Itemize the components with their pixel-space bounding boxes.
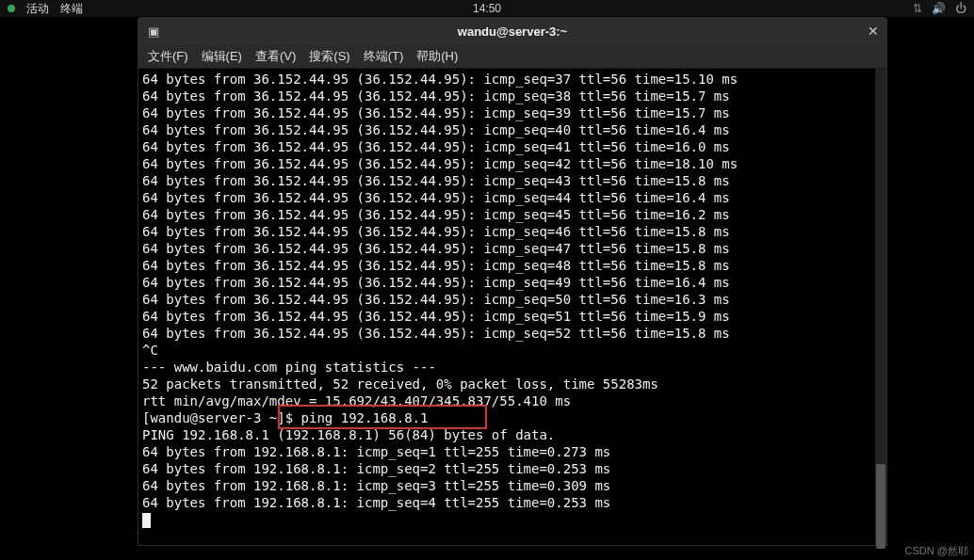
desktop-topbar: 活动 终端 14:50 ⇅ 🔊 ⏻ [0,0,974,17]
menu-bar: 文件(F) 编辑(E) 查看(V) 搜索(S) 终端(T) 帮助(H) [138,44,886,69]
ping-line: 64 bytes from 36.152.44.95 (36.152.44.95… [142,325,883,342]
ping-line: 64 bytes from 36.152.44.95 (36.152.44.95… [142,308,883,325]
terminal-window: ▣ wandu@server-3:~ ✕ 文件(F) 编辑(E) 查看(V) 搜… [138,17,887,546]
terminal-icon: ▣ [148,24,167,39]
menu-help[interactable]: 帮助(H) [416,48,458,65]
menu-terminal[interactable]: 终端(T) [364,48,404,65]
volume-icon[interactable]: 🔊 [932,2,946,15]
terminal-output[interactable]: 64 bytes from 36.152.44.95 (36.152.44.95… [138,69,886,545]
ping-line: 64 bytes from 36.152.44.95 (36.152.44.95… [142,71,883,88]
app-name-label[interactable]: 终端 [60,1,83,17]
ping-line: 64 bytes from 36.152.44.95 (36.152.44.95… [142,172,883,189]
stats-summary: 52 packets transmitted, 52 received, 0% … [142,376,883,392]
menu-file[interactable]: 文件(F) [148,48,188,65]
ping-line: 64 bytes from 192.168.8.1: icmp_seq=3 tt… [142,477,883,494]
ping-line: 64 bytes from 36.152.44.95 (36.152.44.95… [142,104,883,121]
network-icon[interactable]: ⇅ [913,2,922,15]
ping-line: 64 bytes from 36.152.44.95 (36.152.44.95… [142,121,883,138]
stats-rtt: rtt min/avg/max/mdev = 15.692/43.407/345… [142,392,883,409]
ping-line: 64 bytes from 192.168.8.1: icmp_seq=4 tt… [142,494,883,511]
ping-line: 64 bytes from 36.152.44.95 (36.152.44.95… [142,88,883,104]
close-button[interactable]: ✕ [868,24,879,39]
scrollbar[interactable] [875,69,886,545]
ping2-header: PING 192.168.8.1 (192.168.8.1) 56(84) by… [142,426,883,443]
ping-line: 64 bytes from 36.152.44.95 (36.152.44.95… [142,291,883,308]
status-dot-icon [8,5,15,12]
watermark-label: CSDN @然耶 [905,544,968,558]
ping-line: 64 bytes from 36.152.44.95 (36.152.44.95… [142,223,883,240]
ping-line: 64 bytes from 36.152.44.95 (36.152.44.95… [142,206,883,223]
ping-line: 64 bytes from 36.152.44.95 (36.152.44.95… [142,155,883,172]
power-icon[interactable]: ⏻ [955,2,966,15]
ping-line: 64 bytes from 36.152.44.95 (36.152.44.95… [142,274,883,291]
window-titlebar[interactable]: ▣ wandu@server-3:~ ✕ [138,18,886,44]
interrupt-line: ^C [142,342,883,359]
ping-line: 64 bytes from 36.152.44.95 (36.152.44.95… [142,240,883,257]
menu-view[interactable]: 查看(V) [255,48,296,65]
menu-search[interactable]: 搜索(S) [309,48,349,65]
cursor-line [142,511,883,528]
scrollbar-thumb[interactable] [876,464,885,549]
ping-line: 64 bytes from 36.152.44.95 (36.152.44.95… [142,257,883,274]
ping-line: 64 bytes from 36.152.44.95 (36.152.44.95… [142,138,883,155]
menu-edit[interactable]: 编辑(E) [202,48,242,65]
stats-header: --- www.baidu.com ping statistics --- [142,359,883,376]
window-title: wandu@server-3:~ [458,24,567,39]
clock-label: 14:50 [473,2,501,15]
cursor-icon [142,513,151,528]
ping-line: 64 bytes from 36.152.44.95 (36.152.44.95… [142,189,883,206]
ping-line: 64 bytes from 192.168.8.1: icmp_seq=2 tt… [142,460,883,477]
ping-line: 64 bytes from 192.168.8.1: icmp_seq=1 tt… [142,443,883,460]
activities-label[interactable]: 活动 [26,1,49,17]
prompt-line: [wandu@server-3 ~]$ ping 192.168.8.1 [142,409,883,426]
